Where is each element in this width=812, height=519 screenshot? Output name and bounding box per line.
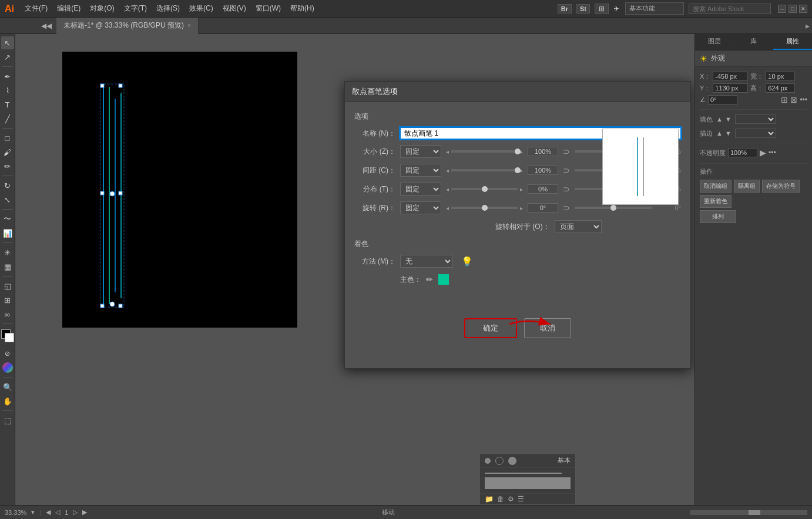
fill-chevron-up[interactable]: ▲ xyxy=(716,116,723,123)
align-button[interactable]: 排列 xyxy=(700,210,736,223)
y-input[interactable] xyxy=(713,83,748,93)
menu-select[interactable]: 选择(S) xyxy=(153,2,183,15)
isolate-button[interactable]: 隔离组 xyxy=(734,180,760,193)
line-tool[interactable]: ╱ xyxy=(1,112,14,125)
menu-view[interactable]: 视图(V) xyxy=(219,2,250,15)
three-dots-transform[interactable]: ••• xyxy=(800,96,807,104)
brush-settings-icon[interactable]: ⚙ xyxy=(508,495,514,503)
recolor-button[interactable]: 重新着色 xyxy=(700,195,732,208)
gradient-tool[interactable]: ◱ xyxy=(1,279,14,292)
scatter-value-input[interactable] xyxy=(528,184,558,194)
canvas-area[interactable]: 散点画笔选项 选项 名称 (N)： 大小 (Z)： 固定 ◂ xyxy=(15,34,694,519)
close-button[interactable]: ✕ xyxy=(799,5,807,13)
w-input[interactable] xyxy=(766,72,795,81)
workspace-layout-button[interactable]: ⊞ xyxy=(595,4,609,14)
prev-page-button[interactable]: ◀ xyxy=(46,508,51,516)
none-color-button[interactable]: ⊘ xyxy=(1,347,14,360)
scatter-slider-track[interactable] xyxy=(451,188,518,190)
tab-properties[interactable]: 属性 xyxy=(773,34,812,50)
eyedropper-icon[interactable]: ✏ xyxy=(426,275,433,284)
opacity-arrow-right[interactable]: ▶ xyxy=(760,148,766,157)
selection-tool[interactable]: ↖ xyxy=(1,36,14,49)
scatter-link-icon[interactable]: ⊃ xyxy=(563,184,570,194)
pencil-tool[interactable]: ✏ xyxy=(1,160,14,173)
brush-menu-icon[interactable]: ☰ xyxy=(518,495,524,503)
rotate-slider-left[interactable]: ◂ xyxy=(446,205,449,211)
tab-expand-button[interactable]: ▸ xyxy=(806,21,810,31)
fill-chevron-down[interactable]: ▼ xyxy=(725,116,732,123)
angle-input[interactable] xyxy=(708,95,737,105)
spacing-link-icon[interactable]: ⊃ xyxy=(563,166,570,175)
menu-effect[interactable]: 效果(C) xyxy=(186,2,217,15)
restore-button[interactable]: □ xyxy=(788,5,797,13)
opacity-input[interactable] xyxy=(728,148,757,157)
next-page-button2[interactable]: ▶ xyxy=(82,508,87,516)
brush-thumb-1[interactable] xyxy=(485,477,571,489)
tab-close-button[interactable]: × xyxy=(187,22,191,29)
rotate-tool[interactable]: ↻ xyxy=(1,179,14,192)
menu-object[interactable]: 对象(O) xyxy=(86,2,118,15)
rectangle-tool[interactable]: □ xyxy=(1,132,14,144)
rotate-slider-track2[interactable] xyxy=(575,207,652,209)
menu-edit[interactable]: 编辑(E) xyxy=(53,2,84,15)
bridge-button[interactable]: Br xyxy=(558,4,572,14)
menu-help[interactable]: 帮助(H) xyxy=(287,2,318,15)
color-mode-icon[interactable] xyxy=(2,362,13,373)
graph-tool[interactable]: 📊 xyxy=(1,227,14,240)
rotate-slider-track[interactable] xyxy=(451,207,518,209)
brush-delete-icon[interactable]: 🗑 xyxy=(497,495,504,503)
scatter-slider-right[interactable]: ▸ xyxy=(520,186,523,193)
zoom-dropdown[interactable]: ▾ xyxy=(31,508,35,516)
rotate-rel-select[interactable]: 页面 xyxy=(555,220,602,233)
size-link-icon[interactable]: ⊃ xyxy=(563,147,570,156)
tab-layers[interactable]: 图层 xyxy=(695,34,734,50)
mesh-tool[interactable]: ⊞ xyxy=(1,294,14,306)
stroke-chevron-up[interactable]: ▲ xyxy=(716,130,723,137)
stroke-color-box[interactable] xyxy=(5,333,14,342)
transform-options-icon[interactable]: ⊞ xyxy=(781,95,788,105)
method-select[interactable]: 无 xyxy=(400,255,453,268)
tab-library[interactable]: 库 xyxy=(734,34,774,50)
workspace-selector[interactable]: 基本功能 xyxy=(625,2,684,15)
menu-window[interactable]: 窗口(W) xyxy=(252,2,284,15)
h-input[interactable] xyxy=(766,83,795,93)
warp-tool[interactable]: 〜 xyxy=(1,213,14,225)
column-chart-tool[interactable]: ▦ xyxy=(1,260,14,273)
x-input[interactable] xyxy=(713,72,748,81)
artboard-tool[interactable]: ⬚ xyxy=(1,414,14,427)
hand-tool[interactable]: ✋ xyxy=(1,395,14,407)
minimize-button[interactable]: ─ xyxy=(778,5,786,13)
rotate-type-select[interactable]: 固定 xyxy=(400,201,441,214)
color-hint-icon[interactable]: 💡 xyxy=(461,256,473,267)
prev-page-button2[interactable]: ◁ xyxy=(55,508,60,516)
blend-tool[interactable]: ∞ xyxy=(1,308,14,321)
direct-selection-tool[interactable]: ↗ xyxy=(1,50,14,63)
collapse-icon[interactable]: ◀◀ xyxy=(41,22,52,30)
rotate-slider-right[interactable]: ▸ xyxy=(520,205,523,211)
ungroup-button[interactable]: 取消编组 xyxy=(700,180,732,193)
rotate-value-input[interactable] xyxy=(528,203,558,213)
three-dots-opacity[interactable]: ••• xyxy=(769,149,776,157)
next-page-button[interactable]: ▷ xyxy=(73,508,78,516)
menu-text[interactable]: 文字(T) xyxy=(120,2,150,15)
symbol-spray-tool[interactable]: ✳ xyxy=(1,246,14,259)
spacing-value-input[interactable] xyxy=(528,166,558,175)
spacing-slider-left[interactable]: ◂ xyxy=(446,167,449,174)
paintbrush-tool[interactable]: 🖌 xyxy=(1,146,14,159)
stock-search-input[interactable] xyxy=(689,4,771,14)
text-tool[interactable]: T xyxy=(1,98,14,111)
stock-button[interactable]: St xyxy=(576,4,590,14)
main-color-swatch[interactable] xyxy=(438,274,449,285)
curvature-tool[interactable]: ⌇ xyxy=(1,84,14,97)
size-type-select[interactable]: 固定 xyxy=(400,145,441,158)
scale-tool[interactable]: ⤡ xyxy=(1,193,14,206)
rotate-link-icon[interactable]: ⊃ xyxy=(563,203,570,213)
ok-button[interactable]: 确定 xyxy=(464,318,517,338)
fill-type-select[interactable] xyxy=(735,114,776,124)
spacing-type-select[interactable]: 固定 xyxy=(400,164,441,177)
scatter-slider-left[interactable]: ◂ xyxy=(446,186,449,193)
scatter-type-select[interactable]: 固定 xyxy=(400,183,441,196)
pen-tool[interactable]: ✒ xyxy=(1,70,14,83)
horizontal-scrollbar[interactable] xyxy=(690,510,807,515)
arrange-button[interactable]: ✈ xyxy=(613,5,619,13)
